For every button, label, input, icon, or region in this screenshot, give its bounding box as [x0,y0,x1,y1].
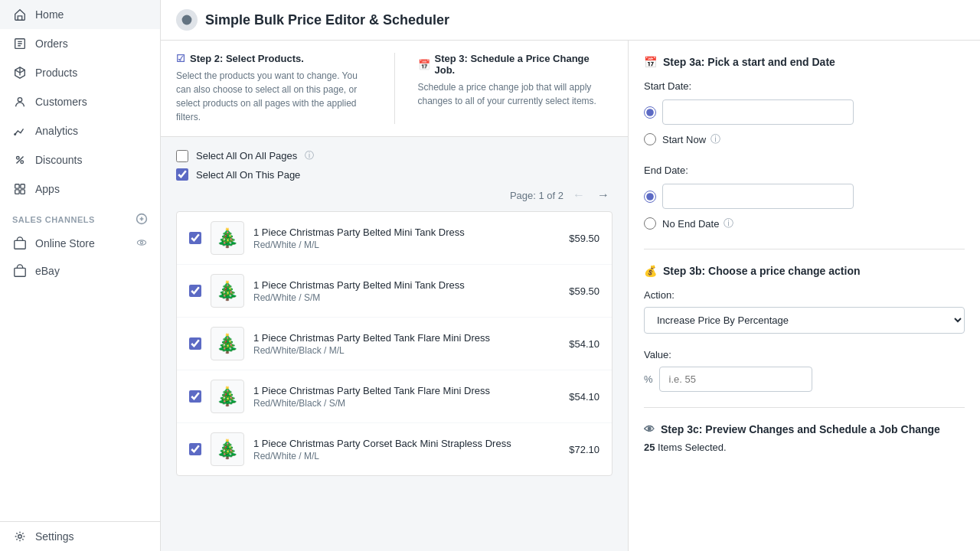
sidebar-item-analytics[interactable]: Analytics [0,116,160,145]
step2-title: ☑ Step 2: Select Products. [176,53,371,64]
sidebar-item-home[interactable]: Home [0,0,160,29]
product-price-3: $54.10 [569,391,599,403]
product-variant-3: Red/White/Black / S/M [253,398,560,409]
svg-rect-5 [15,184,19,188]
product-checkbox-0[interactable] [189,232,201,244]
svg-point-4 [21,161,24,164]
sidebar-item-settings[interactable]: Settings [0,522,160,551]
no-end-date-row: No End Date ⓘ [644,217,965,230]
apps-icon [12,181,28,197]
no-end-date-radio[interactable] [644,217,656,230]
items-selected: 25 Items Selected. [644,442,965,453]
product-area: Select All On All Pages ⓘ Select All On … [161,137,628,551]
prev-page-button[interactable]: ← [570,187,588,204]
table-row: 🎄 1 Piece Christmas Party Corset Back Mi… [177,423,612,475]
product-checkbox-4[interactable] [189,443,201,455]
select-all-page-label: Select All On This Page [196,169,300,181]
step2-header: ☑ Step 2: Select Products. Select the pr… [176,53,371,124]
sidebar-label-apps: Apps [35,183,60,195]
table-row: 🎄 1 Piece Christmas Party Belted Mini Ta… [177,212,612,265]
items-count: 25 [644,442,655,453]
orders-icon [12,36,28,51]
step2-check-icon: ☑ [176,53,185,64]
select-all-pages-info-icon[interactable]: ⓘ [305,149,314,162]
product-info-2: 1 Piece Christmas Party Belted Tank Flar… [253,332,560,356]
divider-2 [644,407,965,408]
pagination-text: Page: 1 of 2 [510,190,564,201]
product-checkbox-1[interactable] [189,285,201,297]
product-variant-1: Red/White / S/M [253,292,560,303]
next-page-button[interactable]: → [594,187,612,204]
start-now-info-icon[interactable]: ⓘ [710,132,720,146]
preview-section: 👁 Step 3c: Preview Changes and Schedule … [644,423,965,453]
select-all-page-row: Select All On This Page [176,168,612,181]
sidebar-item-orders[interactable]: Orders [0,29,160,58]
product-checkbox-2[interactable] [189,337,201,350]
product-price-2: $54.10 [569,338,599,350]
select-all-pages-checkbox[interactable] [176,150,188,162]
product-image-2: 🎄 [211,327,244,360]
svg-rect-10 [15,240,25,249]
end-date-specific-row: 01/02/2018 11:44 PM [644,184,965,209]
select-all-pages-label: Select All On All Pages [196,150,297,161]
sidebar-item-products[interactable]: Products [0,58,160,87]
product-price-0: $59.50 [569,233,599,244]
value-prefix: % [644,373,653,385]
product-info-1: 1 Piece Christmas Party Belted Mini Tank… [253,279,560,303]
product-checkbox-3[interactable] [189,390,201,403]
start-date-input[interactable]: 01/02/2018 11:44 PM [662,99,854,125]
ebay-icon [12,263,28,279]
start-date-specific-radio[interactable] [644,106,656,119]
eye-icon[interactable] [136,236,148,251]
step3a-title: 📅 Step 3a: Pick a start and end Date [644,56,965,68]
svg-point-1 [18,98,21,102]
select-all-page-checkbox[interactable] [176,168,188,181]
sidebar-label-home: Home [35,8,64,21]
sidebar-label-products: Products [35,67,77,79]
add-channel-icon[interactable] [136,213,148,227]
svg-point-12 [140,241,142,243]
product-image-4: 🎄 [211,432,244,466]
start-now-row: Start Now ⓘ [644,132,965,146]
table-row: 🎄 1 Piece Christmas Party Belted Tank Fl… [177,370,612,423]
discounts-icon [12,152,28,168]
sidebar-item-online-store[interactable]: Online Store [0,230,160,257]
step2-desc: Select the products you want to change. … [176,69,371,124]
end-date-input[interactable]: 01/02/2018 11:44 PM [662,184,854,209]
product-image-1: 🎄 [211,274,244,308]
end-date-label: End Date: [644,165,965,176]
sidebar-label-customers: Customers [35,96,87,108]
sidebar-item-discounts[interactable]: Discounts [0,145,160,174]
step3-title: 📅 Step 3: Schedule a Price Change Job. [418,53,613,76]
calendar-icon: 📅 [644,56,657,68]
ebay-label: eBay [35,265,60,277]
price-icon: 💰 [644,265,657,277]
analytics-icon [12,123,28,139]
product-info-0: 1 Piece Christmas Party Belted Mini Tank… [253,227,560,250]
no-end-date-info-icon[interactable]: ⓘ [724,217,733,230]
end-date-section: End Date: 01/02/2018 11:44 PM No End Dat… [644,165,965,230]
end-date-specific-radio[interactable] [644,191,656,203]
divider-1 [644,249,965,249]
step3b-title: 💰 Step 3b: Choose a price change action [644,265,965,277]
sidebar-item-customers[interactable]: Customers [0,87,160,116]
settings-icon [12,529,28,544]
home-icon [12,7,28,22]
end-date-radio-group: 01/02/2018 11:44 PM No End Date ⓘ [644,184,965,230]
start-now-radio[interactable] [644,133,656,145]
sales-channels-label: SALES CHANNELS [0,204,160,230]
product-variant-2: Red/White/Black / M/L [253,345,560,356]
product-variant-0: Red/White / M/L [253,240,560,250]
value-input[interactable] [659,367,812,392]
items-label: Items Selected. [658,442,727,453]
table-row: 🎄 1 Piece Christmas Party Belted Mini Ta… [177,265,612,318]
sidebar-item-apps[interactable]: Apps [0,174,160,204]
sidebar-label-orders: Orders [35,37,68,50]
value-section: Value: % [644,349,965,392]
preview-icon: 👁 [644,423,655,435]
start-date-radio-group: 01/02/2018 11:44 PM Start Now ⓘ [644,99,965,146]
app-icon [176,9,198,31]
sidebar-item-ebay[interactable]: eBay [0,257,160,285]
action-select[interactable]: Increase Price By Percentage Decrease Pr… [644,307,965,334]
action-section: Action: Increase Price By Percentage Dec… [644,289,965,334]
